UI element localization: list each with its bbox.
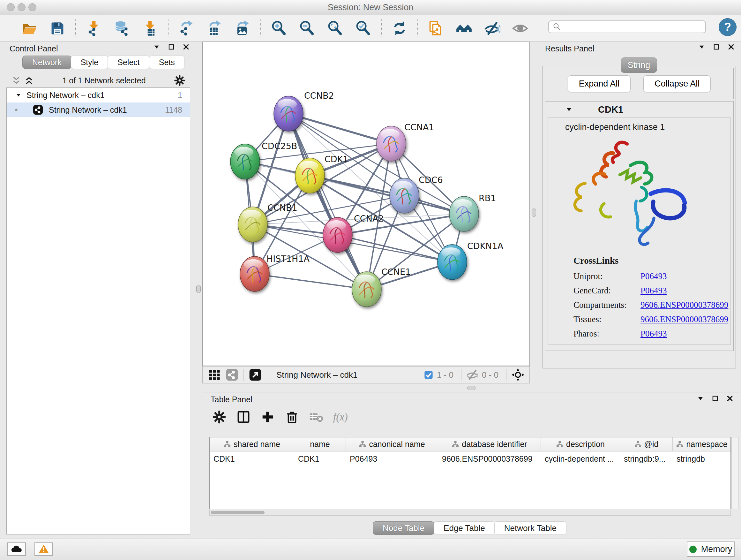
node-CCNB1[interactable] xyxy=(238,207,267,242)
birdseye-view-icon[interactable] xyxy=(248,368,262,382)
left-splitter-handle[interactable] xyxy=(196,285,201,293)
trash-icon[interactable] xyxy=(285,410,299,424)
table-delete-icon[interactable] xyxy=(309,410,324,424)
table-cell[interactable]: stringdb xyxy=(673,454,731,463)
columns-icon[interactable] xyxy=(236,410,251,424)
network-options-gear-icon[interactable] xyxy=(174,74,186,86)
view-share-icon[interactable] xyxy=(225,368,239,382)
collapse-all-button[interactable]: Collapse All xyxy=(643,75,711,92)
column-header--id[interactable]: @id xyxy=(620,437,673,451)
import-database-icon[interactable] xyxy=(114,20,130,37)
help-button[interactable]: ? xyxy=(719,18,737,36)
expand-all-chevron-icon[interactable] xyxy=(23,75,35,86)
column-header-namespace[interactable]: namespace xyxy=(673,437,731,451)
table-cell[interactable]: 9606.ENSP00000378699 xyxy=(438,454,541,463)
tab-select[interactable]: Select xyxy=(108,56,149,69)
function-builder-label[interactable]: f(x) xyxy=(333,411,348,423)
node-CCNB2[interactable] xyxy=(274,96,303,131)
expand-all-button[interactable]: Expand All xyxy=(568,75,631,92)
node-CCNE1[interactable] xyxy=(352,272,381,307)
tab-edge-table[interactable]: Edge Table xyxy=(434,521,495,535)
selected-checkbox-icon[interactable] xyxy=(423,370,434,380)
node-CDK1[interactable] xyxy=(295,158,325,193)
node-CCNA2[interactable] xyxy=(323,217,352,253)
view-grid-icon[interactable] xyxy=(208,368,221,381)
gene-entry-header[interactable]: CDK1 xyxy=(545,102,733,118)
export-image-icon[interactable] xyxy=(234,20,251,37)
node-CDKN1A[interactable] xyxy=(437,245,467,280)
zoom-out-icon[interactable] xyxy=(299,20,315,37)
warnings-button[interactable] xyxy=(35,543,53,556)
gear-icon[interactable] xyxy=(212,410,226,424)
zoom-in-icon[interactable] xyxy=(271,20,287,37)
column-header-canonical-name[interactable]: canonical name xyxy=(346,437,438,451)
node-RB1[interactable] xyxy=(449,196,479,232)
node-CDC25B[interactable] xyxy=(230,144,260,179)
edge-CCNB2-CCNA1[interactable] xyxy=(288,114,391,144)
clone-network-icon[interactable] xyxy=(428,20,444,37)
crosslink-link[interactable]: P06493 xyxy=(641,329,667,339)
panel-close-icon[interactable] xyxy=(182,43,190,51)
node-CCNA1[interactable] xyxy=(377,126,406,161)
collapse-all-chevron-icon[interactable] xyxy=(11,75,22,86)
panel-float-icon[interactable] xyxy=(711,394,719,402)
edge-HIST1H1A-CCNE1[interactable] xyxy=(255,274,367,289)
tab-sets[interactable]: Sets xyxy=(149,56,185,69)
cloud-status-button[interactable] xyxy=(7,543,26,556)
zoom-fit-icon[interactable] xyxy=(327,20,343,37)
import-network-icon[interactable] xyxy=(85,20,102,37)
hide-eye-icon[interactable] xyxy=(484,20,500,37)
table-cell[interactable]: CDK1 xyxy=(210,454,294,463)
column-header-description[interactable]: description xyxy=(541,437,620,451)
column-header-name[interactable]: name xyxy=(294,437,346,451)
import-table-icon[interactable] xyxy=(142,20,158,37)
panel-float-icon[interactable] xyxy=(712,43,721,51)
tab-network[interactable]: Network xyxy=(22,56,71,69)
table-vertical-scrollbar[interactable] xyxy=(731,437,738,509)
refresh-icon[interactable] xyxy=(391,20,408,37)
column-header-shared-name[interactable]: shared name xyxy=(210,437,294,451)
entry-caret-icon[interactable] xyxy=(565,105,573,114)
panel-close-icon[interactable] xyxy=(726,394,734,402)
export-network-icon[interactable] xyxy=(178,20,195,37)
right-splitter-handle[interactable] xyxy=(532,208,536,217)
zoom-selected-icon[interactable] xyxy=(355,20,372,37)
panel-close-icon[interactable] xyxy=(727,43,735,51)
crosslink-link[interactable]: 9606.ENSP00000378699 xyxy=(641,300,728,310)
tab-network-table[interactable]: Network Table xyxy=(494,521,566,535)
fit-selected-crosshair-icon[interactable] xyxy=(511,368,525,382)
crosslink-link[interactable]: 9606.ENSP00000378699 xyxy=(641,314,728,324)
table-cell[interactable]: P06493 xyxy=(346,454,438,463)
show-eye-icon[interactable] xyxy=(512,20,529,37)
open-icon[interactable] xyxy=(21,20,38,37)
memory-button[interactable]: Memory xyxy=(687,542,735,557)
panel-menu-caret-icon[interactable] xyxy=(697,43,706,51)
hidden-eye-icon[interactable] xyxy=(466,368,479,381)
crosslink-link[interactable]: P06493 xyxy=(641,271,667,281)
table-horizontal-scrollbar[interactable] xyxy=(209,510,731,516)
collection-caret-icon[interactable] xyxy=(15,91,22,99)
tab-node-table[interactable]: Node Table xyxy=(373,521,434,535)
save-icon[interactable] xyxy=(49,20,66,37)
homes-icon[interactable] xyxy=(456,20,472,37)
tab-string[interactable]: String xyxy=(621,57,657,73)
table-cell[interactable]: stringdb:9... xyxy=(620,454,673,463)
table-row[interactable]: CDK1CDK1P064939606.ENSP00000378699cyclin… xyxy=(210,451,731,466)
search-input[interactable] xyxy=(562,22,705,32)
panel-menu-caret-icon[interactable] xyxy=(152,43,161,51)
node-HIST1H1A[interactable] xyxy=(240,256,269,292)
panel-menu-caret-icon[interactable] xyxy=(696,394,704,402)
network-collection-row[interactable]: String Network – cdk1 1 xyxy=(7,88,190,103)
column-header-database-identifier[interactable]: database identifier xyxy=(438,437,541,451)
crosslink-link[interactable]: P06493 xyxy=(641,286,667,296)
node-CDC6[interactable] xyxy=(390,178,419,213)
table-cell[interactable]: CDK1 xyxy=(294,454,346,463)
table-cell[interactable]: cyclin-dependent ... xyxy=(541,454,620,463)
scrollbar-thumb[interactable] xyxy=(211,511,265,514)
plus-icon[interactable] xyxy=(260,410,275,424)
network-row[interactable]: String Network – cdk1 11 48 xyxy=(7,103,190,117)
panel-float-icon[interactable] xyxy=(167,43,176,51)
export-table-icon[interactable] xyxy=(206,20,223,37)
bottom-splitter-handle[interactable] xyxy=(467,386,475,390)
tab-style[interactable]: Style xyxy=(71,56,109,69)
